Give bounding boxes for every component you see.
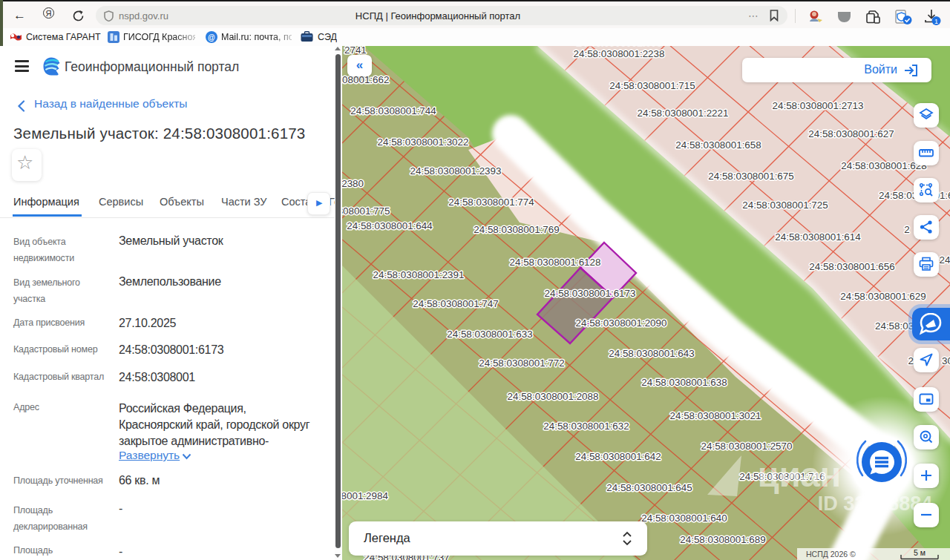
svg-text:24:58:0308001:658: 24:58:0308001:658 bbox=[675, 139, 761, 151]
svg-text:24:58:0308001:2570: 24:58:0308001:2570 bbox=[701, 441, 793, 452]
svg-text:2: 2 bbox=[904, 224, 909, 235]
svg-text:308: 308 bbox=[942, 355, 950, 366]
svg-text:24:58:0308001:642: 24:58:0308001:642 bbox=[575, 451, 661, 462]
svg-text:24:58:0308001:689: 24:58:0308001:689 bbox=[680, 534, 765, 545]
svg-text:24:58:0308001:643: 24:58:0308001:643 bbox=[609, 348, 694, 359]
svg-text:24:58:0308001:2090: 24:58:0308001:2090 bbox=[576, 317, 667, 329]
svg-text:24:58:0308001:2391: 24:58:0308001:2391 bbox=[373, 269, 465, 280]
svg-text:24:58:0308001:775: 24:58:0308001:775 bbox=[342, 205, 390, 217]
svg-text:24:58:0308001:2088: 24:58:0308001:2088 bbox=[508, 391, 599, 402]
svg-text:24:58:0308001:632: 24:58:0308001:632 bbox=[543, 421, 629, 432]
svg-text:5 м: 5 м bbox=[914, 548, 926, 557]
svg-text:24:58:0308001:675: 24:58:0308001:675 bbox=[708, 171, 793, 182]
svg-text:24:58:0308001:747: 24:58:0308001:747 bbox=[413, 298, 498, 309]
svg-text:24:58:0308001:2238: 24:58:0308001:2238 bbox=[574, 48, 665, 59]
svg-text:24: 24 bbox=[940, 254, 950, 266]
svg-text:1: 1 bbox=[934, 18, 938, 25]
svg-text:24:58:0308001:6128: 24:58:0308001:6128 bbox=[510, 257, 601, 268]
svg-text:24:58:0308001:744: 24:58:0308001:744 bbox=[350, 105, 436, 116]
svg-text:24:58:0308001:633: 24:58:0308001:633 bbox=[447, 329, 532, 340]
svg-text:24:58:0308001:2221: 24:58:0308001:2221 bbox=[638, 108, 729, 119]
svg-text:24:58:0308001:6173: 24:58:0308001:6173 bbox=[545, 288, 636, 299]
svg-text:24:58:0308001:644: 24:58:0308001:644 bbox=[347, 220, 433, 231]
svg-text:24:58:0308001:772: 24:58:0308001:772 bbox=[479, 358, 564, 369]
svg-text:24:58:0308001:774: 24:58:0308001:774 bbox=[448, 197, 534, 208]
svg-text:24:58:0308001:2380: 24:58:0308001:2380 bbox=[342, 178, 364, 189]
svg-text:24:58:0308001:715: 24:58:0308001:715 bbox=[609, 80, 695, 91]
svg-text:24:58:0308001:2713: 24:58:0308001:2713 bbox=[773, 100, 864, 111]
svg-text:24:58:0308001:640: 24:58:0308001:640 bbox=[641, 513, 727, 524]
svg-text:24:58:0308001:638: 24:58:0308001:638 bbox=[641, 377, 727, 388]
svg-text:24:58:0308001:725: 24:58:0308001:725 bbox=[742, 200, 828, 211]
svg-text:@: @ bbox=[208, 33, 215, 42]
svg-text:24:58:0308001:656: 24:58:0308001:656 bbox=[809, 261, 894, 272]
svg-text:24:58:0308001:2393: 24:58:0308001:2393 bbox=[410, 165, 502, 177]
svg-text:24:58:0308001:645: 24:58:0308001:645 bbox=[606, 482, 692, 493]
svg-text:24:58:0308001:3021: 24:58:0308001:3021 bbox=[670, 410, 761, 421]
svg-text:24:58:0308001:769: 24:58:0308001:769 bbox=[474, 224, 559, 235]
svg-text:24:58:0308001:3022: 24:58:0308001:3022 bbox=[378, 136, 469, 148]
svg-text:24:58:0308001:614: 24:58:0308001:614 bbox=[775, 231, 861, 243]
svg-text:24:58:0308001:2984: 24:58:0308001:2984 bbox=[342, 490, 388, 501]
svg-text:24:58:0308001:698: 24:58:0308001:698 bbox=[576, 46, 661, 47]
svg-text:24:58:0308001:627: 24:58:0308001:627 bbox=[808, 128, 894, 139]
svg-text:24:58:0308001:629: 24:58:0308001:629 bbox=[840, 291, 926, 302]
